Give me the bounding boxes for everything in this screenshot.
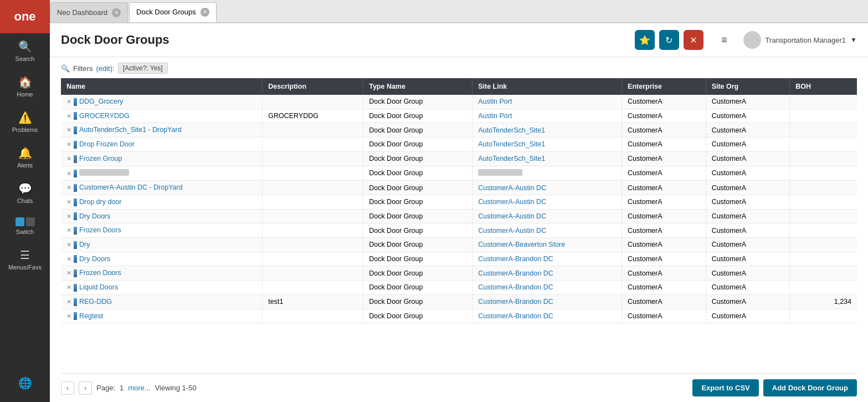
row-delete-button[interactable]: ✕ bbox=[66, 241, 71, 248]
user-dropdown-arrow[interactable]: ▼ bbox=[850, 36, 857, 44]
cell-name-link[interactable]: Drop dry door bbox=[79, 198, 121, 206]
add-dock-door-group-button[interactable]: Add Dock Door Group bbox=[763, 379, 857, 396]
cell-name-link[interactable]: Frozen Doors bbox=[79, 226, 121, 234]
site-link-link[interactable]: CustomerA-Austin DC bbox=[478, 198, 546, 206]
col-header-enterprise[interactable]: Enterprise bbox=[622, 78, 706, 95]
cell-name-link[interactable] bbox=[79, 170, 129, 177]
cell-name-link[interactable]: Regtest bbox=[79, 312, 103, 320]
tab-neo-dashboard-close[interactable]: ✕ bbox=[112, 8, 121, 17]
site-link-link[interactable]: CustomerA-Austin DC bbox=[478, 184, 546, 192]
filter-edit-link[interactable]: (edit): bbox=[96, 64, 114, 73]
cell-name-link[interactable]: Frozen Doors bbox=[79, 269, 121, 277]
col-header-description[interactable]: Description bbox=[263, 78, 363, 95]
site-link-link[interactable]: CustomerA-Brandon DC bbox=[478, 298, 553, 306]
cell-site-link: Austin Port bbox=[472, 109, 622, 123]
row-delete-button[interactable]: ✕ bbox=[66, 126, 71, 133]
row-delete-button[interactable]: ✕ bbox=[66, 199, 71, 205]
cell-boh bbox=[790, 281, 857, 295]
cell-name-link[interactable]: GROCERYDDG bbox=[79, 112, 130, 120]
sidebar-item-alerts[interactable]: 🔔 Alerts bbox=[0, 140, 50, 175]
more-pages-link[interactable]: more... bbox=[128, 384, 150, 392]
row-delete-button[interactable]: ✕ bbox=[66, 298, 71, 305]
col-header-type[interactable]: Type Name bbox=[363, 78, 472, 95]
app-logo[interactable]: one bbox=[0, 0, 50, 33]
cell-name-link[interactable]: Frozen Group bbox=[79, 155, 122, 162]
sidebar-item-problems[interactable]: ⚠️ Problems bbox=[0, 104, 50, 140]
col-header-boh[interactable]: BOH bbox=[790, 78, 857, 95]
cell-description bbox=[263, 209, 363, 223]
site-link-link[interactable]: AutoTenderSch_Site1 bbox=[478, 155, 545, 162]
next-page-button[interactable]: › bbox=[79, 381, 92, 395]
row-delete-button[interactable]: ✕ bbox=[66, 141, 71, 147]
sidebar-item-chats[interactable]: 💬 Chats bbox=[0, 175, 50, 211]
sidebar-item-user[interactable]: 🌐 bbox=[18, 370, 32, 396]
cell-boh bbox=[790, 181, 857, 195]
cell-site-org: CustomerA bbox=[706, 166, 790, 181]
cell-name-link[interactable]: Dry bbox=[79, 241, 90, 248]
col-header-name[interactable]: Name bbox=[61, 78, 263, 95]
cell-name-link[interactable]: Dry Doors bbox=[79, 255, 110, 263]
cell-site-org: CustomerA bbox=[706, 209, 790, 223]
site-link-link[interactable]: CustomerA-Brandon DC bbox=[478, 312, 553, 320]
cell-enterprise: CustomerA bbox=[622, 151, 706, 166]
site-link-link[interactable]: CustomerA-Austin DC bbox=[478, 212, 546, 220]
tab-neo-dashboard[interactable]: Neo Dashboard ✕ bbox=[50, 2, 128, 22]
refresh-button[interactable]: ↻ bbox=[659, 30, 679, 50]
row-delete-button[interactable]: ✕ bbox=[66, 284, 71, 291]
cell-type-name: Dock Door Group bbox=[363, 123, 472, 138]
row-delete-button[interactable]: ✕ bbox=[66, 213, 71, 220]
content-area: Dock Door Groups ⭐ ↻ ✕ ≡ Transportation … bbox=[50, 23, 868, 402]
cell-name-link[interactable]: Drop Frozen Door bbox=[79, 140, 135, 148]
close-button[interactable]: ✕ bbox=[684, 30, 703, 50]
site-link-link[interactable]: CustomerA-Brandon DC bbox=[478, 255, 553, 263]
tab-dock-door-groups[interactable]: Dock Door Groups ✕ bbox=[129, 2, 217, 22]
cell-boh bbox=[790, 109, 857, 123]
site-link-link[interactable]: CustomerA-Brandon DC bbox=[478, 269, 553, 277]
bell-icon: 🔔 bbox=[18, 146, 32, 160]
sidebar-item-home[interactable]: 🏠 Home bbox=[0, 69, 50, 104]
col-header-site-link[interactable]: Site Link bbox=[472, 78, 622, 95]
cell-name-link[interactable]: Dry Doors bbox=[79, 212, 110, 220]
site-link-link[interactable]: CustomerA-Beaverton Store bbox=[478, 241, 565, 248]
tab-dock-door-groups-close[interactable]: ✕ bbox=[201, 8, 209, 17]
sidebar-item-search[interactable]: 🔍 Search bbox=[0, 33, 50, 69]
col-header-site-org[interactable]: Site Org bbox=[706, 78, 790, 95]
cell-description bbox=[263, 309, 363, 323]
table-row: ✕Drop Frozen DoorDock Door GroupAutoTend… bbox=[61, 138, 857, 152]
cell-name-link[interactable]: DDG_Grocery bbox=[79, 98, 123, 105]
cell-name-link[interactable]: CustomerA-Austin DC - DropYard bbox=[79, 184, 183, 191]
site-link-link[interactable]: AutoTenderSch_Site1 bbox=[478, 140, 545, 148]
avatar bbox=[743, 31, 761, 49]
cell-site-link: CustomerA-Brandon DC bbox=[472, 252, 622, 266]
row-delete-button[interactable]: ✕ bbox=[66, 113, 71, 119]
row-delete-button[interactable]: ✕ bbox=[66, 155, 71, 162]
row-delete-button[interactable]: ✕ bbox=[66, 170, 71, 177]
row-indicator bbox=[74, 298, 77, 306]
row-delete-button[interactable]: ✕ bbox=[66, 227, 71, 233]
site-link-link[interactable]: Austin Port bbox=[478, 112, 512, 120]
data-table-wrapper[interactable]: Name Description Type Name Site Link Ent… bbox=[61, 78, 857, 373]
sidebar-label-switch: Switch bbox=[16, 228, 34, 235]
sidebar-item-menus[interactable]: ☰ Menus/Favs bbox=[0, 242, 50, 277]
sidebar-item-switch[interactable]: Switch bbox=[0, 211, 50, 242]
page-title: Dock Door Groups bbox=[61, 33, 635, 47]
row-delete-button[interactable]: ✕ bbox=[66, 256, 71, 262]
cell-name-link[interactable]: AutoTenderSch_Site1 - DropYard bbox=[79, 126, 182, 134]
prev-page-button[interactable]: ‹ bbox=[61, 381, 74, 395]
row-delete-button[interactable]: ✕ bbox=[66, 184, 71, 191]
cell-site-org: CustomerA bbox=[706, 195, 790, 209]
favorite-button[interactable]: ⭐ bbox=[635, 30, 655, 50]
row-delete-button[interactable]: ✕ bbox=[66, 269, 71, 276]
cell-name-link[interactable]: REG-DDG bbox=[79, 298, 112, 306]
site-link-link[interactable]: Austin Port bbox=[478, 98, 512, 105]
cell-name-link[interactable]: Liquid Doors bbox=[79, 283, 118, 291]
export-csv-button[interactable]: Export to CSV bbox=[692, 379, 758, 396]
site-link-link[interactable]: CustomerA-Brandon DC bbox=[478, 283, 553, 291]
row-delete-button[interactable]: ✕ bbox=[66, 313, 71, 319]
row-delete-button[interactable]: ✕ bbox=[66, 98, 71, 105]
hamburger-button[interactable]: ≡ bbox=[715, 30, 735, 50]
site-link-link[interactable]: CustomerA-Austin DC bbox=[478, 227, 546, 235]
sidebar-label-chats: Chats bbox=[17, 197, 33, 204]
cell-site-org: CustomerA bbox=[706, 151, 790, 166]
site-link-link[interactable]: AutoTenderSch_Site1 bbox=[478, 126, 545, 134]
